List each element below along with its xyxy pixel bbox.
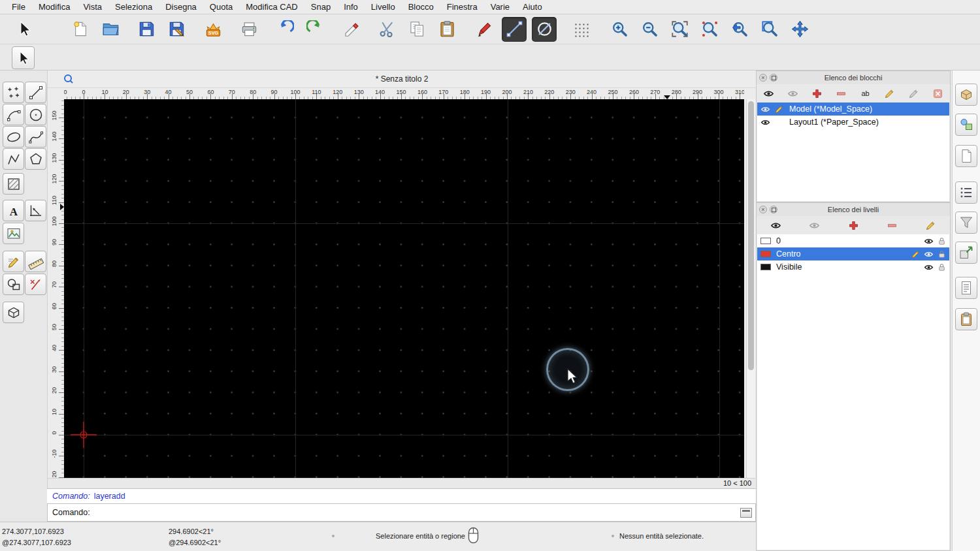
layer-row[interactable]: Visibile	[757, 260, 949, 274]
polygon-tool-button[interactable]	[25, 148, 46, 170]
block-row[interactable]: Layout1 (*Paper_Space)	[757, 116, 949, 129]
edit-pencil-icon[interactable]	[911, 249, 921, 259]
block-row[interactable]: Model (*Model_Space)	[757, 102, 949, 116]
draw-circle-button[interactable]	[532, 17, 557, 42]
layer-color-swatch[interactable]	[760, 264, 771, 270]
show-all-layers-button[interactable]	[757, 217, 795, 233]
redo-button[interactable]	[302, 17, 327, 42]
lock-icon[interactable]	[937, 249, 947, 259]
svg-export-button[interactable]: SVG	[201, 17, 225, 42]
hide-all-layers-button[interactable]	[795, 217, 834, 233]
dock-block-list-button[interactable]	[955, 84, 977, 106]
menu-snap[interactable]: Snap	[304, 0, 337, 14]
attributes-pen-button[interactable]	[472, 17, 497, 42]
eraser-button[interactable]	[339, 17, 364, 42]
add-layer-button[interactable]	[834, 217, 872, 233]
zoom-select-button[interactable]	[697, 17, 722, 42]
edit-pencil-icon[interactable]	[774, 104, 785, 114]
menu-seleziona[interactable]: Seleziona	[108, 0, 159, 14]
menu-info[interactable]: Info	[337, 0, 365, 14]
rename-block-button[interactable]: ab	[853, 86, 877, 101]
command-input[interactable]	[93, 505, 738, 520]
menu-modifica-cad[interactable]: Modifica CAD	[239, 0, 304, 14]
arc-tool-button[interactable]	[3, 104, 24, 125]
layer-color-swatch[interactable]	[760, 238, 771, 244]
dock-layer-filter-button[interactable]	[955, 212, 977, 234]
block-tool-button[interactable]	[3, 302, 24, 323]
print-preview-button[interactable]	[237, 17, 261, 42]
draw-line-button[interactable]	[502, 17, 527, 42]
cut-button[interactable]	[374, 17, 399, 42]
menu-file[interactable]: File	[5, 0, 32, 14]
delete-block-button[interactable]	[926, 86, 950, 101]
info-tool-button[interactable]	[3, 274, 24, 295]
dock-command-list-button[interactable]	[955, 181, 977, 204]
spline-tool-button[interactable]	[25, 126, 46, 148]
layer-row[interactable]: 0	[757, 234, 949, 247]
edit-block-button[interactable]	[877, 86, 902, 101]
dock-new-view-button[interactable]	[955, 145, 977, 167]
open-file-button[interactable]	[98, 17, 123, 42]
menu-modifica[interactable]: Modifica	[32, 0, 76, 14]
zoom-previous-button[interactable]	[727, 17, 752, 42]
panel-float-button[interactable]	[770, 74, 777, 82]
drawing-canvas[interactable]	[64, 99, 744, 478]
points-tool-button[interactable]	[3, 82, 24, 103]
save-as-button[interactable]	[164, 17, 189, 42]
menu-varie[interactable]: Varie	[484, 0, 516, 14]
menu-livello[interactable]: Livello	[365, 0, 402, 14]
select-tool-button[interactable]	[12, 17, 37, 42]
zoom-auto-button[interactable]	[667, 17, 692, 42]
vertical-scrollbar[interactable]	[746, 99, 755, 478]
menu-quota[interactable]: Quota	[203, 0, 239, 14]
selection-tool-button[interactable]	[12, 46, 35, 69]
add-block-button[interactable]	[805, 86, 829, 101]
paste-button[interactable]	[434, 17, 459, 42]
panel-close-button[interactable]	[759, 74, 767, 82]
dock-properties-button[interactable]	[955, 277, 977, 299]
remove-layer-button[interactable]	[873, 217, 911, 233]
dock-insert-button[interactable]	[955, 242, 977, 264]
scrollbar-thumb[interactable]	[748, 101, 754, 370]
menu-aiuto[interactable]: Aiuto	[516, 0, 549, 14]
visibility-icon[interactable]	[760, 118, 772, 127]
menu-finestra[interactable]: Finestra	[440, 0, 484, 14]
text-tool-button[interactable]: A	[3, 200, 24, 221]
save-button[interactable]	[134, 17, 159, 42]
visibility-icon[interactable]	[760, 104, 772, 114]
zoom-window-button[interactable]	[757, 17, 782, 42]
menu-disegna[interactable]: Disegna	[159, 0, 203, 14]
remove-block-button[interactable]	[829, 86, 853, 101]
ellipse-tool-button[interactable]	[3, 126, 24, 148]
circle-tool-button[interactable]	[25, 104, 46, 125]
visibility-icon[interactable]	[924, 236, 934, 246]
visibility-icon[interactable]	[924, 249, 934, 259]
copy-button[interactable]	[404, 17, 429, 42]
dock-library-button[interactable]	[955, 114, 977, 136]
line-tool-button[interactable]	[25, 82, 46, 103]
zoom-out-button[interactable]	[637, 17, 662, 42]
zoom-pan-button[interactable]	[787, 17, 812, 42]
grid-toggle-button[interactable]	[568, 17, 593, 42]
visibility-icon[interactable]	[924, 262, 934, 272]
hatch-tool-button[interactable]	[3, 173, 24, 195]
lock-icon[interactable]	[937, 262, 947, 272]
undo-button[interactable]	[272, 17, 297, 42]
hide-all-blocks-button[interactable]	[781, 86, 805, 101]
image-tool-button[interactable]	[3, 223, 24, 244]
polyline-tool-button[interactable]	[3, 148, 24, 170]
zoom-in-button[interactable]	[607, 17, 632, 42]
measure-tool-button[interactable]	[25, 251, 46, 272]
modify-tool-button[interactable]	[3, 251, 24, 272]
lock-icon[interactable]	[937, 236, 947, 246]
menu-blocco[interactable]: Blocco	[402, 0, 440, 14]
edit-layer-button[interactable]	[911, 217, 950, 233]
edit-block-attributes-button[interactable]	[902, 86, 926, 101]
layer-color-swatch[interactable]	[760, 251, 771, 257]
menu-vista[interactable]: Vista	[76, 0, 108, 14]
layer-row[interactable]: Centro	[757, 247, 949, 260]
new-file-button[interactable]	[68, 17, 93, 42]
dock-clipboard-button[interactable]	[955, 308, 977, 330]
dimension-tool-button[interactable]	[25, 200, 46, 221]
panel-float-button[interactable]	[770, 206, 777, 213]
